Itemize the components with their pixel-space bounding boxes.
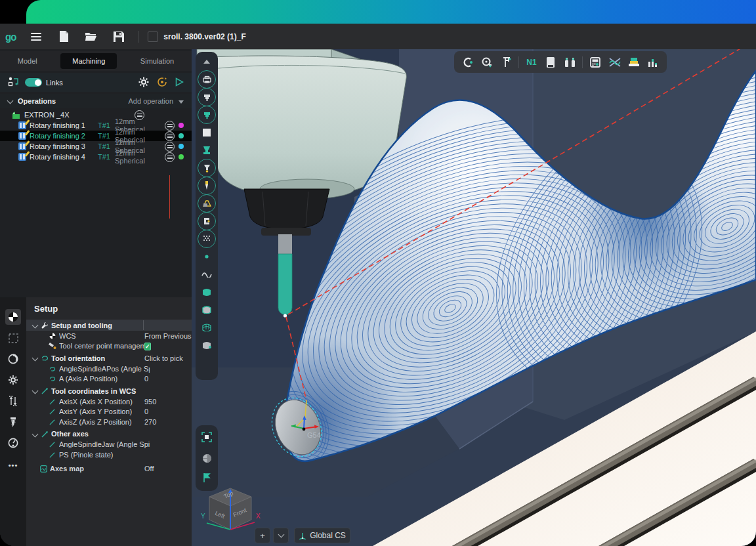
operations-settings-button[interactable]: [138, 77, 149, 89]
mesh-icon[interactable]: [196, 231, 218, 247]
tcp-checkbox[interactable]: ✓: [144, 343, 151, 350]
operation-menu-icon[interactable]: [165, 131, 175, 141]
axis-arrow-mini-icon: [49, 408, 56, 415]
spindle-active-icon[interactable]: [196, 107, 218, 123]
save-button[interactable]: [113, 31, 125, 43]
fit-view-icon[interactable]: [196, 429, 218, 445]
tool-holders-icon[interactable]: [562, 54, 578, 70]
global-cs-button[interactable]: Global CS: [294, 528, 350, 543]
collapse-strip-button[interactable]: [196, 54, 218, 70]
measure-tape-icon[interactable]: [478, 54, 495, 70]
add-operation-caret-icon[interactable]: [178, 100, 184, 104]
operation-icon: [18, 153, 26, 161]
statistics-icon[interactable]: [645, 54, 662, 70]
stock-icon[interactable]: [543, 54, 559, 70]
curve-icon[interactable]: [196, 266, 218, 282]
mode-tabs: Model Machining Simulation: [0, 51, 192, 71]
tab-simulation[interactable]: Simulation: [129, 53, 186, 69]
operation-color-dot[interactable]: [178, 133, 184, 138]
machine-icon[interactable]: [196, 72, 218, 87]
section-other-axes[interactable]: Other axes: [26, 429, 192, 440]
more-icon[interactable]: •••: [5, 457, 21, 473]
property-row-ps[interactable]: PS (Pinole state): [26, 450, 192, 460]
shaded-view-icon[interactable]: [196, 450, 218, 466]
property-row-wcs[interactable]: WCS From Previous: [26, 331, 192, 341]
point-icon[interactable]: [196, 249, 218, 264]
axis-arrow-icon: [41, 387, 49, 395]
view-cube[interactable]: Top Left Front Y X: [200, 484, 261, 538]
run-button[interactable]: [175, 77, 184, 88]
document-tab-icon: [148, 32, 158, 42]
section-tool-coordinates[interactable]: Tool coordinates in WCS: [26, 385, 192, 396]
machine-scene: [192, 49, 756, 546]
property-row-axes-map[interactable]: Axes map Off: [26, 464, 192, 474]
new-file-button[interactable]: [58, 31, 70, 43]
group-menu-icon[interactable]: [135, 110, 144, 120]
operation-row[interactable]: Rotary finishing 4 T#1 12mm Spherical: [0, 152, 192, 162]
property-row-anglespindleapos[interactable]: AngleSpindleAPos (Angle Sp: [26, 364, 192, 374]
material-stack-icon[interactable]: [625, 54, 642, 70]
operations-expander-icon[interactable]: [7, 97, 14, 104]
operation-menu-icon[interactable]: [165, 121, 175, 131]
open-file-button[interactable]: [85, 31, 97, 43]
section-setup-and-tooling[interactable]: Setup and tooling: [26, 320, 192, 331]
operation-menu-icon[interactable]: [165, 152, 175, 162]
operation-tool: T#1: [98, 121, 115, 129]
grid-surface-icon[interactable]: [196, 320, 218, 335]
holder-icon[interactable]: [196, 142, 218, 158]
surface-icon[interactable]: [196, 284, 218, 300]
selection-icon[interactable]: [5, 330, 21, 346]
tab-model[interactable]: Model: [6, 53, 49, 69]
face-icon[interactable]: [196, 302, 218, 318]
drill-icon[interactable]: [196, 178, 218, 194]
caliper-icon[interactable]: [498, 54, 514, 70]
property-row-axisy[interactable]: AxisY (Axis Y Position) 0: [26, 407, 192, 417]
operation-color-dot[interactable]: [178, 154, 184, 159]
toolpath-graph-icon[interactable]: [606, 54, 623, 70]
axes-limits-icon[interactable]: [5, 393, 21, 409]
nc-program-icon[interactable]: N1: [523, 54, 539, 70]
feed-dial-icon[interactable]: [5, 435, 21, 451]
main-window: go sroll. 3800.ver02 (1)_F Model Machini…: [0, 24, 756, 546]
spindle-head-icon[interactable]: [196, 89, 218, 105]
workpiece-icon[interactable]: [196, 196, 218, 211]
main-menu-button[interactable]: [30, 31, 42, 43]
stock-box-icon[interactable]: [196, 125, 218, 140]
axis-arrow-mini-icon: [49, 418, 56, 426]
add-cs-button[interactable]: +: [255, 528, 270, 543]
screw-icon[interactable]: [5, 414, 21, 430]
application-window: go sroll. 3800.ver02 (1)_F Model Machini…: [0, 0, 756, 546]
operation-color-dot[interactable]: [178, 123, 184, 128]
operations-header: Operations Add operation: [0, 94, 192, 108]
section-tool-orientation[interactable]: Tool orientation Click to pick: [26, 352, 192, 364]
links-toggle[interactable]: [25, 78, 42, 87]
tab-machining[interactable]: Machining: [60, 53, 117, 69]
cs-axes-icon: [299, 532, 306, 539]
magnet-snap-icon[interactable]: [459, 54, 476, 70]
operation-menu-icon[interactable]: [165, 142, 175, 152]
operation-color-dot[interactable]: [178, 144, 184, 149]
turning-icon[interactable]: [5, 351, 21, 367]
settings-gear-icon[interactable]: [5, 372, 21, 388]
step-icon[interactable]: [196, 470, 218, 486]
property-row-tcp[interactable]: Tool center point managemer ✓: [26, 341, 192, 352]
viewport-3d[interactable]: G54: [192, 49, 756, 546]
property-row-axis-a[interactable]: A (Axis A Position) 0: [26, 374, 192, 385]
app-logo-icon[interactable]: go: [5, 30, 16, 43]
tool-orientation-value[interactable]: Click to pick: [144, 354, 183, 362]
wcs-icon[interactable]: [5, 309, 21, 325]
links-label: Links: [46, 79, 63, 87]
property-row-axisz[interactable]: AxisZ (Axis Z Position) 270: [26, 417, 192, 427]
property-row-axisx[interactable]: AxisX (Axis X Position) 950: [26, 396, 192, 407]
fixture-icon[interactable]: [196, 213, 218, 229]
cs-list-dropdown[interactable]: [273, 528, 289, 543]
simulation-mode-icon[interactable]: [157, 77, 167, 89]
control-panel-icon[interactable]: [587, 54, 603, 70]
patch-icon[interactable]: [196, 337, 218, 353]
tool-tip-icon[interactable]: [196, 160, 218, 176]
add-operation-button[interactable]: Add operation: [129, 97, 174, 105]
titlebar-separator: [138, 31, 138, 43]
left-panel: Model Machining Simulation Links: [0, 49, 192, 546]
links-structure-icon[interactable]: [8, 77, 20, 89]
property-row-anglespindlejaw[interactable]: AngleSpindleJaw (Angle Spir: [26, 440, 192, 450]
